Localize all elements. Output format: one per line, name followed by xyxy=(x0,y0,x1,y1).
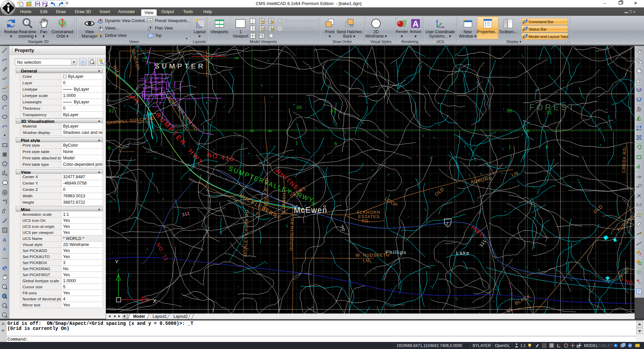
svg-text:A: A xyxy=(413,19,419,29)
svg-text:LN.: LN. xyxy=(511,169,521,178)
svg-text:31: 31 xyxy=(330,108,336,113)
svg-text:36: 36 xyxy=(296,105,302,110)
svg-text:SUMPTERVALLEY RWY.: SUMPTERVALLEY RWY. xyxy=(228,165,317,205)
svg-text:McEwen: McEwen xyxy=(294,206,327,214)
svg-text:55: 55 xyxy=(506,306,513,313)
svg-text:SUMPTER: SUMPTER xyxy=(155,62,206,70)
svg-text:LEGEND: LEGEND xyxy=(140,95,150,97)
svg-text:6: 6 xyxy=(334,141,337,146)
svg-text:Layout1: Layout1 xyxy=(153,314,167,319)
svg-text:6: 6 xyxy=(546,144,549,150)
svg-text:CR.: CR. xyxy=(619,272,624,281)
svg-text:NO. 71: NO. 71 xyxy=(155,242,169,262)
svg-text:KENOS: KENOS xyxy=(146,151,155,153)
svg-text:Model: Model xyxy=(133,314,145,319)
svg-text:A: A xyxy=(3,247,6,252)
svg-text:GALLINA: GALLINA xyxy=(158,73,169,75)
svg-text:MORLEY CREEK RD.: MORLEY CREEK RD. xyxy=(243,208,250,257)
svg-text:NO.410: NO.410 xyxy=(206,151,235,163)
svg-text:W. HUDSPETH: W. HUDSPETH xyxy=(356,253,389,258)
svg-text:DEER CR. RD.: DEER CR. RD. xyxy=(263,176,269,210)
svg-text:LOOP: LOOP xyxy=(384,196,399,208)
svg-text:Y: Y xyxy=(115,259,118,264)
svg-text:SATROL: SATROL xyxy=(175,81,185,83)
svg-text:6: 6 xyxy=(108,145,111,151)
svg-text:31: 31 xyxy=(109,108,115,113)
svg-text:36: 36 xyxy=(506,108,513,113)
svg-text:HUDSPETH RD.: HUDSPETH RD. xyxy=(289,216,295,251)
svg-text:CRACKER: CRACKER xyxy=(130,48,141,71)
svg-text:311: 311 xyxy=(181,210,191,217)
svg-text:A: A xyxy=(3,237,6,243)
svg-text:LP.: LP. xyxy=(255,210,261,217)
svg-text:1: 1 xyxy=(296,140,299,146)
svg-text:Layout2: Layout2 xyxy=(173,314,188,319)
svg-text:LN.: LN. xyxy=(363,258,371,263)
svg-text:NO.: NO. xyxy=(624,278,635,286)
svg-text:311: 311 xyxy=(478,239,487,248)
svg-text:FOREST: FOREST xyxy=(529,103,576,112)
svg-text:Lake: Lake xyxy=(456,250,470,256)
svg-text:SUMPTER: SUMPTER xyxy=(133,142,146,144)
svg-text:1: 1 xyxy=(508,144,512,150)
svg-text:SAWMILL GULCH RD.: SAWMILL GULCH RD. xyxy=(106,115,157,126)
svg-text:RD.: RD. xyxy=(624,265,630,275)
svg-text:31: 31 xyxy=(546,110,552,115)
svg-text:CREEK RD.: CREEK RD. xyxy=(621,146,627,173)
svg-text:X: X xyxy=(153,298,156,304)
svg-text:7: 7 xyxy=(446,221,448,226)
svg-text:RD.: RD. xyxy=(362,218,370,223)
svg-text:AUBURN: AUBURN xyxy=(470,176,493,185)
svg-text:FOREST: FOREST xyxy=(172,124,182,126)
